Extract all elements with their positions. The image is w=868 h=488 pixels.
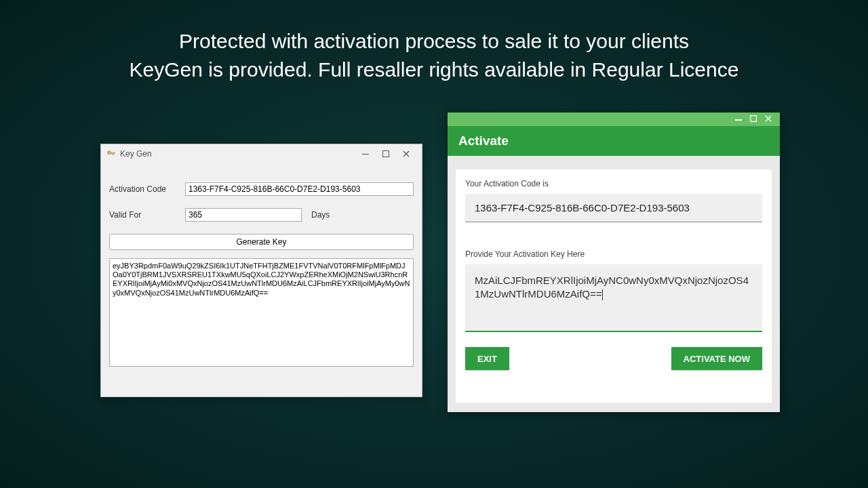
text-cursor-icon [602,289,603,300]
svg-rect-0 [362,154,369,155]
keygen-titlebar[interactable]: Key Gen [101,144,422,163]
valid-for-label: Valid For [109,210,185,220]
headline-text: Protected with activation process to sal… [0,27,868,84]
maximize-icon[interactable] [376,147,396,161]
headline-line-1: Protected with activation process to sal… [179,30,689,52]
svg-rect-1 [383,151,389,157]
generated-key-output[interactable] [109,258,414,367]
activate-button-row: EXIT ACTIVATE NOW [465,347,762,370]
keygen-window: Key Gen Activation Code Valid For Days G… [100,144,422,397]
window-title: Key Gen [120,149,152,159]
activate-window: Activate Your Activation Code is 1363-F7… [448,113,780,412]
key-icon [106,149,116,159]
activate-now-button[interactable]: ACTIVATE NOW [671,347,762,370]
keygen-body: Activation Code Valid For Days Generate … [101,163,422,377]
activate-body: Your Activation Code is 1363-F7F4-C925-8… [456,169,772,403]
activation-code-label: Activation Code [109,184,185,194]
close-icon[interactable] [396,147,416,161]
minimize-icon[interactable] [355,147,376,161]
generate-key-button[interactable]: Generate Key [109,234,414,250]
maximize-icon[interactable] [746,115,761,124]
valid-for-input[interactable] [185,208,302,222]
activate-title: Activate [458,134,509,148]
activate-header: Activate [448,126,780,156]
activate-titlebar[interactable] [448,113,780,126]
minimize-icon[interactable] [731,115,746,124]
headline-line-2: KeyGen is provided. Full resaller rights… [130,58,739,81]
svg-rect-3 [751,116,757,122]
activation-key-value: MzAiLCJFbmREYXRlIjoiMjAyNC0wNy0xMVQxNjoz… [475,274,749,300]
valid-for-unit: Days [311,210,330,220]
activation-code-display: 1363-F7F4-C925-816B-66C0-D7E2-D193-5603 [465,194,762,222]
exit-button[interactable]: EXIT [465,347,509,370]
activation-key-label: Provide Your Activation Key Here [465,249,762,259]
activation-code-label: Your Activation Code is [465,179,762,188]
valid-for-row: Valid For Days [109,208,414,222]
svg-rect-2 [735,119,742,121]
activation-code-row: Activation Code [109,182,414,196]
activation-key-input[interactable]: MzAiLCJFbmREYXRlIjoiMjAyNC0wNy0xMVQxNjoz… [465,264,762,332]
activation-code-input[interactable] [185,182,414,196]
close-icon[interactable] [761,115,776,124]
